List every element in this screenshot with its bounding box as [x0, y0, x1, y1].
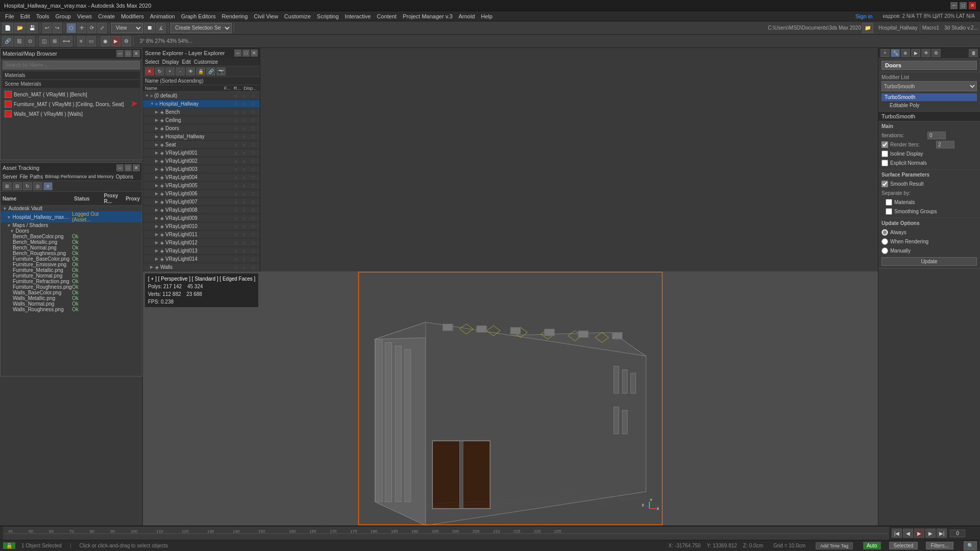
se-tb-eye[interactable]: 👁: [186, 67, 195, 76]
asset-minimize[interactable]: ─: [116, 164, 124, 171]
browse-btn[interactable]: 📁: [862, 23, 873, 33]
add-time-tag-btn[interactable]: Add Time Tag: [816, 542, 853, 549]
asset-menu-paths[interactable]: Paths: [30, 174, 43, 180]
align-btn[interactable]: ⟺: [60, 36, 72, 46]
timeline-ruler[interactable]: 40 50 60 70 80 90 100 110 120 130 140: [3, 527, 888, 540]
asset-row[interactable]: ▼ Hospital_Hallway_max_vray.maxLogged Ou…: [1, 211, 142, 222]
ts-manually-radio[interactable]: [881, 247, 888, 254]
asset-row[interactable]: Furniture_Metallic.pngOk: [1, 267, 142, 273]
asset-tb-btn1[interactable]: ⊞: [3, 182, 12, 190]
cmd-modify-tab[interactable]: 🔧: [891, 49, 900, 57]
se-row[interactable]: ▼≡(0 default)○○□: [143, 92, 260, 100]
asset-row[interactable]: Furniture_Normal.pngOk: [1, 273, 142, 279]
ts-render-iters-check[interactable]: [881, 141, 888, 148]
rotate-btn[interactable]: ⟳: [87, 23, 96, 33]
ts-always-radio[interactable]: [881, 229, 888, 236]
asset-row[interactable]: Walls_Roughness.pngOk: [1, 307, 142, 312]
mat-item-walls[interactable]: Walls_MAT ( VRayMtl ) [Walls]: [3, 109, 140, 118]
maximize-btn[interactable]: □: [960, 2, 967, 9]
undo-btn[interactable]: ↩: [42, 23, 52, 33]
ts-isoline-check[interactable]: [881, 151, 888, 157]
mat-item-furniture[interactable]: Furniture_MAT ( VRayMtl ) [Ceiling, Door…: [3, 99, 140, 109]
se-row[interactable]: ▶◈VRayLight002○○□: [143, 157, 260, 165]
asset-menu-options[interactable]: Options: [116, 174, 133, 180]
menu-interactive[interactable]: Interactive: [342, 13, 374, 19]
menu-project-manager[interactable]: Project Manager v.3: [400, 13, 456, 19]
menu-views[interactable]: Views: [74, 13, 95, 19]
se-row[interactable]: ▶◈VRayLight006○○□: [143, 190, 260, 198]
cmd-create-tab[interactable]: +: [880, 49, 890, 57]
se-tb-camera[interactable]: 📷: [216, 67, 226, 76]
save-btn[interactable]: 💾: [27, 23, 38, 33]
go-start-btn[interactable]: |◀: [892, 529, 902, 538]
link-btn[interactable]: 🔗: [2, 36, 13, 46]
redo-btn[interactable]: ↪: [53, 23, 62, 33]
asset-menu-server[interactable]: Server: [3, 174, 17, 180]
menu-tools[interactable]: Tools: [33, 13, 53, 19]
menu-help[interactable]: Help: [478, 13, 496, 19]
modifier-editable-poly[interactable]: Editable Poly: [881, 101, 977, 109]
asset-row[interactable]: Bench_Metallic.pngOk: [1, 239, 142, 245]
asset-tb-btn4[interactable]: ◎: [33, 182, 42, 190]
mirror-btn[interactable]: ◫: [39, 36, 49, 46]
asset-menu-file[interactable]: File: [19, 174, 28, 180]
panel-close[interactable]: ✕: [133, 50, 140, 57]
se-row[interactable]: ▶◈Doors○○□: [143, 124, 260, 133]
se-row[interactable]: ▶◈VRayLight008○○□: [143, 206, 260, 214]
se-row[interactable]: ▶◈Seat○○□: [143, 141, 260, 149]
se-row[interactable]: ▶◈VRayLight010○○□: [143, 222, 260, 231]
menu-civil-view[interactable]: Civil View: [251, 13, 281, 19]
asset-close[interactable]: ✕: [133, 164, 140, 171]
play-btn[interactable]: ▶: [914, 529, 924, 538]
se-close[interactable]: ✕: [251, 49, 258, 57]
filters-btn[interactable]: Filters...: [926, 542, 953, 549]
se-menu-select[interactable]: Select: [145, 59, 159, 65]
new-btn[interactable]: 📄: [2, 23, 13, 33]
se-row[interactable]: ▶◈VRayLight011○○□: [143, 231, 260, 239]
cmd-utilities-tab[interactable]: ⚙: [932, 49, 941, 57]
modifier-dropdown[interactable]: TurboSmooth Editable Poly: [881, 81, 977, 91]
se-row[interactable]: ▶◈VRayLight007○○□: [143, 198, 260, 206]
auto-btn[interactable]: Auto: [863, 542, 881, 549]
menu-group[interactable]: Group: [52, 13, 74, 19]
asset-row[interactable]: Walls_Metallic.pngOk: [1, 295, 142, 301]
se-menu-edit[interactable]: Edit: [182, 59, 191, 65]
ts-smooth-result-check[interactable]: [881, 181, 888, 187]
close-btn[interactable]: ✕: [969, 2, 976, 9]
asset-tb-btn5[interactable]: ≡: [43, 182, 53, 190]
se-row[interactable]: ▶◈Walls○○□: [143, 263, 260, 271]
prev-frame-btn[interactable]: ◀: [903, 529, 913, 538]
menu-modifiers[interactable]: Modifiers: [118, 13, 147, 19]
asset-row[interactable]: Furniture_Emissive.pngOk: [1, 262, 142, 267]
asset-row[interactable]: Furniture_BaseColor.pngOk: [1, 256, 142, 262]
menu-edit[interactable]: Edit: [17, 13, 33, 19]
asset-row[interactable]: Bench_Roughness.pngOk: [1, 251, 142, 256]
selected-btn[interactable]: Selected: [889, 542, 918, 549]
bind-btn[interactable]: ⊙: [26, 36, 35, 46]
minimize-btn[interactable]: ─: [950, 2, 958, 9]
se-row[interactable]: ▶◈VRayLight001○○□: [143, 149, 260, 157]
open-btn[interactable]: 📂: [14, 23, 26, 33]
current-frame-display[interactable]: 0: [950, 530, 965, 537]
ts-update-btn[interactable]: Update: [881, 257, 977, 266]
menu-graph-editors[interactable]: Graph Editors: [178, 13, 219, 19]
se-row[interactable]: ▶◈Ceiling○○□: [143, 116, 260, 124]
angle-snap-btn[interactable]: ∡: [156, 23, 166, 33]
materials-section[interactable]: Materials: [3, 71, 140, 79]
asset-row[interactable]: Bench_BaseColor.pngOk: [1, 234, 142, 239]
asset-row[interactable]: Walls_Normal.pngOk: [1, 301, 142, 307]
se-tb-add[interactable]: +: [165, 67, 175, 76]
cmd-trash[interactable]: 🗑: [969, 49, 978, 57]
view-dropdown[interactable]: View Screen Local: [111, 23, 143, 33]
layer-btn[interactable]: ≡: [77, 36, 85, 46]
se-tb-link[interactable]: 🔗: [206, 67, 215, 76]
ribbon-btn[interactable]: ▭: [86, 36, 96, 46]
menu-scripting[interactable]: Scripting: [314, 13, 342, 19]
panel-minimize[interactable]: ─: [116, 50, 124, 57]
snap-btn[interactable]: 🔲: [144, 23, 155, 33]
go-end-btn[interactable]: ▶|: [937, 529, 947, 538]
render-settings-btn[interactable]: ⚙: [121, 36, 131, 46]
se-menu-display[interactable]: Display: [162, 59, 179, 65]
mat-item-bench[interactable]: Bench_MAT ( VRayMtl ) [Bench]: [3, 90, 140, 99]
se-row[interactable]: ▶◈VRayLight013○○□: [143, 247, 260, 255]
